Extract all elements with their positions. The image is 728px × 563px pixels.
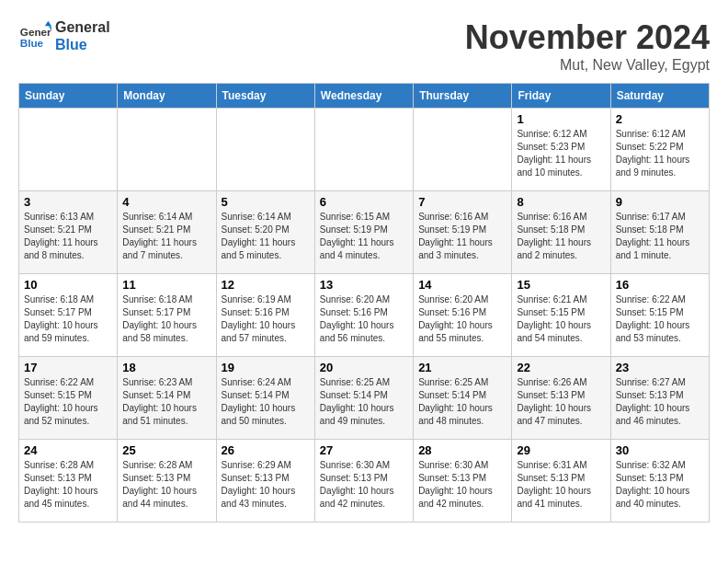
day-info: Sunrise: 6:28 AM Sunset: 5:13 PM Dayligh…	[24, 459, 112, 511]
calendar-cell: 7Sunrise: 6:16 AM Sunset: 5:19 PM Daylig…	[414, 191, 512, 274]
calendar-cell: 14Sunrise: 6:20 AM Sunset: 5:16 PM Dayli…	[414, 274, 512, 357]
day-info: Sunrise: 6:14 AM Sunset: 5:20 PM Dayligh…	[222, 211, 310, 262]
calendar-cell: 18Sunrise: 6:23 AM Sunset: 5:14 PM Dayli…	[118, 357, 216, 440]
svg-text:Blue: Blue	[20, 37, 44, 49]
calendar-cell: 16Sunrise: 6:22 AM Sunset: 5:15 PM Dayli…	[610, 274, 709, 357]
calendar-cell: 4Sunrise: 6:14 AM Sunset: 5:21 PM Daylig…	[118, 191, 216, 274]
day-number: 17	[24, 361, 112, 374]
logo-icon: General Blue	[18, 19, 51, 52]
calendar-cell: 8Sunrise: 6:16 AM Sunset: 5:18 PM Daylig…	[512, 191, 610, 274]
day-number: 19	[222, 361, 310, 374]
svg-marker-2	[45, 21, 51, 26]
day-info: Sunrise: 6:29 AM Sunset: 5:13 PM Dayligh…	[222, 459, 310, 511]
day-number: 14	[418, 278, 506, 292]
day-info: Sunrise: 6:28 AM Sunset: 5:13 PM Dayligh…	[122, 459, 210, 511]
day-number: 28	[418, 443, 506, 457]
header-row: SundayMondayTuesdayWednesdayThursdayFrid…	[19, 84, 710, 109]
logo-line2: Blue	[55, 36, 110, 53]
day-info: Sunrise: 6:32 AM Sunset: 5:13 PM Dayligh…	[616, 459, 704, 511]
calendar-cell	[216, 109, 314, 191]
day-info: Sunrise: 6:16 AM Sunset: 5:19 PM Dayligh…	[418, 211, 506, 262]
calendar-cell: 24Sunrise: 6:28 AM Sunset: 5:13 PM Dayli…	[19, 440, 118, 523]
day-info: Sunrise: 6:30 AM Sunset: 5:13 PM Dayligh…	[320, 459, 408, 511]
calendar-cell: 21Sunrise: 6:25 AM Sunset: 5:14 PM Dayli…	[414, 357, 512, 440]
day-number: 11	[122, 278, 210, 292]
calendar-cell: 12Sunrise: 6:19 AM Sunset: 5:16 PM Dayli…	[216, 274, 314, 357]
day-info: Sunrise: 6:18 AM Sunset: 5:17 PM Dayligh…	[24, 293, 112, 345]
day-number: 30	[616, 443, 704, 457]
day-info: Sunrise: 6:17 AM Sunset: 5:18 PM Dayligh…	[616, 211, 704, 262]
calendar-cell: 13Sunrise: 6:20 AM Sunset: 5:16 PM Dayli…	[314, 274, 413, 357]
day-info: Sunrise: 6:15 AM Sunset: 5:19 PM Dayligh…	[320, 211, 408, 262]
calendar-cell: 10Sunrise: 6:18 AM Sunset: 5:17 PM Dayli…	[19, 274, 118, 357]
day-info: Sunrise: 6:16 AM Sunset: 5:18 PM Dayligh…	[517, 211, 605, 262]
day-number: 13	[320, 278, 408, 292]
calendar-cell: 22Sunrise: 6:26 AM Sunset: 5:13 PM Dayli…	[512, 357, 610, 440]
weekday-header: Wednesday	[314, 84, 413, 109]
calendar-cell	[118, 109, 216, 191]
weekday-header: Thursday	[414, 84, 512, 109]
day-number: 7	[418, 195, 506, 209]
header: General Blue General Blue November 2024 …	[18, 18, 710, 74]
calendar-cell: 27Sunrise: 6:30 AM Sunset: 5:13 PM Dayli…	[314, 440, 413, 523]
day-info: Sunrise: 6:30 AM Sunset: 5:13 PM Dayligh…	[418, 459, 506, 511]
day-number: 5	[222, 195, 310, 209]
title-area: November 2024 Mut, New Valley, Egypt	[465, 18, 710, 74]
calendar-week: 3Sunrise: 6:13 AM Sunset: 5:21 PM Daylig…	[19, 191, 710, 274]
day-info: Sunrise: 6:19 AM Sunset: 5:16 PM Dayligh…	[222, 293, 310, 345]
day-info: Sunrise: 6:25 AM Sunset: 5:14 PM Dayligh…	[418, 376, 506, 428]
day-info: Sunrise: 6:22 AM Sunset: 5:15 PM Dayligh…	[616, 293, 704, 345]
calendar-week: 10Sunrise: 6:18 AM Sunset: 5:17 PM Dayli…	[19, 274, 710, 357]
day-info: Sunrise: 6:12 AM Sunset: 5:23 PM Dayligh…	[517, 128, 605, 179]
logo-line1: General	[55, 18, 110, 36]
calendar-cell: 6Sunrise: 6:15 AM Sunset: 5:19 PM Daylig…	[314, 191, 413, 274]
day-number: 24	[24, 443, 112, 457]
calendar-cell: 15Sunrise: 6:21 AM Sunset: 5:15 PM Dayli…	[512, 274, 610, 357]
calendar-cell: 29Sunrise: 6:31 AM Sunset: 5:13 PM Dayli…	[512, 440, 610, 523]
calendar-cell: 19Sunrise: 6:24 AM Sunset: 5:14 PM Dayli…	[216, 357, 314, 440]
calendar-cell: 25Sunrise: 6:28 AM Sunset: 5:13 PM Dayli…	[118, 440, 216, 523]
day-info: Sunrise: 6:31 AM Sunset: 5:13 PM Dayligh…	[517, 459, 605, 511]
day-info: Sunrise: 6:13 AM Sunset: 5:21 PM Dayligh…	[24, 211, 112, 262]
calendar-week: 24Sunrise: 6:28 AM Sunset: 5:13 PM Dayli…	[19, 440, 710, 523]
day-number: 26	[222, 443, 310, 457]
calendar-table: SundayMondayTuesdayWednesdayThursdayFrid…	[18, 83, 710, 523]
day-number: 10	[24, 278, 112, 292]
day-info: Sunrise: 6:23 AM Sunset: 5:14 PM Dayligh…	[122, 376, 210, 428]
day-number: 22	[517, 361, 605, 374]
day-number: 2	[616, 112, 704, 126]
logo: General Blue General Blue	[18, 18, 110, 53]
weekday-header: Sunday	[19, 84, 118, 109]
calendar-cell: 28Sunrise: 6:30 AM Sunset: 5:13 PM Dayli…	[414, 440, 512, 523]
day-info: Sunrise: 6:27 AM Sunset: 5:13 PM Dayligh…	[616, 376, 704, 428]
calendar-cell: 26Sunrise: 6:29 AM Sunset: 5:13 PM Dayli…	[216, 440, 314, 523]
day-number: 27	[320, 443, 408, 457]
day-number: 8	[517, 195, 605, 209]
weekday-header: Tuesday	[216, 84, 314, 109]
calendar-cell: 23Sunrise: 6:27 AM Sunset: 5:13 PM Dayli…	[610, 357, 709, 440]
calendar-cell: 9Sunrise: 6:17 AM Sunset: 5:18 PM Daylig…	[610, 191, 709, 274]
day-info: Sunrise: 6:24 AM Sunset: 5:14 PM Dayligh…	[222, 376, 310, 428]
calendar-cell: 2Sunrise: 6:12 AM Sunset: 5:22 PM Daylig…	[610, 109, 709, 191]
weekday-header: Friday	[512, 84, 610, 109]
location: Mut, New Valley, Egypt	[465, 57, 710, 74]
calendar-week: 17Sunrise: 6:22 AM Sunset: 5:15 PM Dayli…	[19, 357, 710, 440]
calendar-body: 1Sunrise: 6:12 AM Sunset: 5:23 PM Daylig…	[19, 109, 710, 523]
day-number: 20	[320, 361, 408, 374]
calendar-cell: 11Sunrise: 6:18 AM Sunset: 5:17 PM Dayli…	[118, 274, 216, 357]
day-number: 25	[122, 443, 210, 457]
calendar-cell	[414, 109, 512, 191]
day-info: Sunrise: 6:20 AM Sunset: 5:16 PM Dayligh…	[320, 293, 408, 345]
calendar-cell: 30Sunrise: 6:32 AM Sunset: 5:13 PM Dayli…	[610, 440, 709, 523]
day-number: 18	[122, 361, 210, 374]
calendar-week: 1Sunrise: 6:12 AM Sunset: 5:23 PM Daylig…	[19, 109, 710, 191]
calendar-cell: 5Sunrise: 6:14 AM Sunset: 5:20 PM Daylig…	[216, 191, 314, 274]
calendar-cell: 17Sunrise: 6:22 AM Sunset: 5:15 PM Dayli…	[19, 357, 118, 440]
weekday-header: Saturday	[610, 84, 709, 109]
day-info: Sunrise: 6:25 AM Sunset: 5:14 PM Dayligh…	[320, 376, 408, 428]
calendar-cell	[19, 109, 118, 191]
calendar-cell: 1Sunrise: 6:12 AM Sunset: 5:23 PM Daylig…	[512, 109, 610, 191]
day-info: Sunrise: 6:20 AM Sunset: 5:16 PM Dayligh…	[418, 293, 506, 345]
calendar-header: SundayMondayTuesdayWednesdayThursdayFrid…	[19, 84, 710, 109]
day-info: Sunrise: 6:18 AM Sunset: 5:17 PM Dayligh…	[122, 293, 210, 345]
